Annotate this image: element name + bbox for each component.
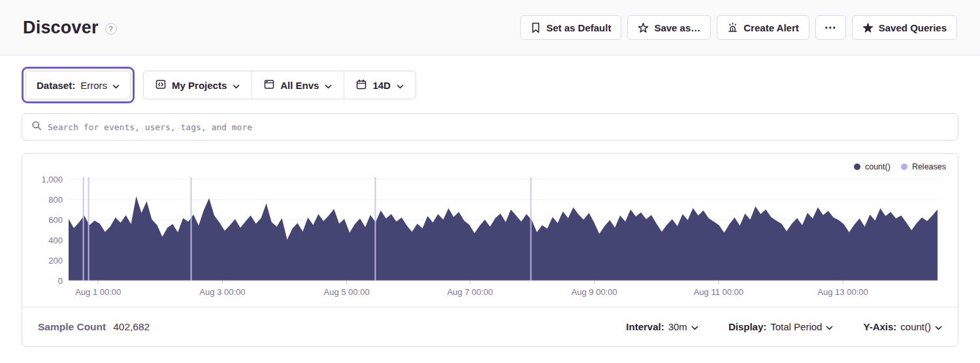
chart-footer: Sample Count 402,682 Interval: 30m Displ… — [22, 307, 958, 346]
dataset-highlight-ring: Dataset: Errors — [22, 67, 135, 103]
count-series-dot — [854, 164, 860, 170]
chevron-down-icon — [935, 321, 942, 332]
sample-count-label: Sample Count — [38, 321, 106, 333]
chevron-down-icon — [397, 80, 404, 91]
discover-chart[interactable]: 02004006008001,000Aug 1 00:00Aug 3 00:00… — [22, 154, 958, 307]
bookmark-icon — [531, 22, 541, 33]
header-actions: Set as Default Save as… Create Alert — [520, 15, 957, 40]
dataset-label: Dataset: — [37, 80, 75, 91]
star-outline-icon — [638, 22, 649, 33]
chart-region: count() Releases 02004006008001,000Aug 1… — [22, 154, 958, 307]
releases-series-dot — [901, 164, 907, 170]
legend-item-releases[interactable]: Releases — [901, 162, 946, 171]
chevron-down-icon — [691, 321, 698, 332]
chart-legend: count() Releases — [854, 162, 946, 171]
svg-text:Aug 3 00:00: Aug 3 00:00 — [199, 287, 245, 297]
page-title: Discover — [23, 18, 99, 38]
svg-text:0: 0 — [58, 276, 63, 286]
create-alert-button[interactable]: Create Alert — [717, 15, 809, 40]
svg-text:Aug 9 00:00: Aug 9 00:00 — [572, 287, 617, 297]
svg-text:600: 600 — [48, 215, 63, 225]
filter-bar: Dataset: Errors My Projects — [22, 67, 958, 103]
projects-value: My Projects — [172, 80, 227, 91]
display-dropdown[interactable]: Display: Total Period — [728, 321, 834, 332]
window-icon — [264, 79, 274, 92]
save-as-button[interactable]: Save as… — [627, 15, 711, 40]
star-filled-icon — [862, 22, 874, 33]
svg-text:Aug 11 00:00: Aug 11 00:00 — [694, 287, 743, 297]
yaxis-dropdown[interactable]: Y-Axis: count() — [863, 321, 942, 332]
ellipsis-icon: ⋯ — [825, 20, 837, 35]
help-icon[interactable]: ? — [105, 23, 117, 35]
legend-item-count[interactable]: count() — [854, 162, 890, 171]
dataset-selector[interactable]: Dataset: Errors — [25, 71, 131, 99]
sample-count-value: 402,682 — [113, 321, 150, 333]
search-bar — [22, 113, 958, 141]
svg-text:Aug 13 00:00: Aug 13 00:00 — [817, 287, 868, 297]
environments-value: All Envs — [280, 80, 319, 91]
date-range-value: 14D — [372, 80, 391, 91]
saved-queries-button[interactable]: Saved Queries — [852, 15, 957, 40]
siren-icon — [727, 22, 738, 33]
page-filters: My Projects All Envs — [143, 71, 416, 99]
projects-selector[interactable]: My Projects — [144, 71, 252, 99]
chevron-down-icon — [233, 80, 240, 91]
search-icon — [31, 120, 42, 133]
page-header: Discover ? Set as Default Save as… — [0, 0, 980, 56]
calendar-icon — [356, 79, 367, 92]
date-range-selector[interactable]: 14D — [344, 71, 416, 99]
svg-text:400: 400 — [48, 235, 63, 245]
project-icon — [155, 79, 166, 92]
events-chart-card: count() Releases 02004006008001,000Aug 1… — [22, 153, 958, 347]
svg-text:800: 800 — [48, 195, 63, 205]
svg-text:1,000: 1,000 — [41, 175, 63, 184]
search-input[interactable] — [48, 122, 949, 132]
more-options-button[interactable]: ⋯ — [815, 15, 846, 40]
chevron-down-icon — [826, 321, 833, 332]
svg-text:Aug 1 00:00: Aug 1 00:00 — [75, 287, 121, 297]
chevron-down-icon — [112, 80, 120, 91]
dataset-value: Errors — [80, 80, 107, 91]
svg-text:200: 200 — [48, 256, 63, 266]
svg-text:Aug 7 00:00: Aug 7 00:00 — [447, 287, 493, 297]
interval-dropdown[interactable]: Interval: 30m — [626, 321, 698, 332]
chevron-down-icon — [325, 80, 332, 91]
set-as-default-button[interactable]: Set as Default — [520, 15, 621, 40]
environment-selector[interactable]: All Envs — [252, 71, 344, 99]
svg-text:Aug 5 00:00: Aug 5 00:00 — [324, 287, 370, 297]
